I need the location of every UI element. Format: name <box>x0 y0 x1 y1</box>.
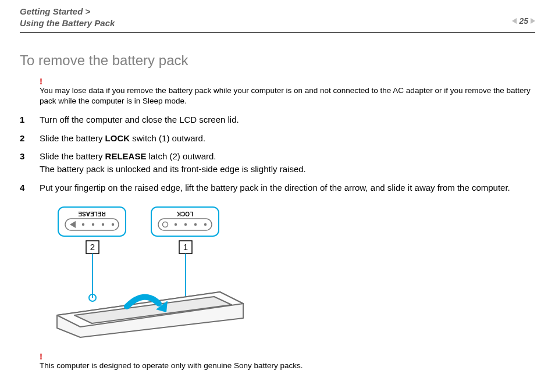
lock-text: LOCK <box>176 211 193 217</box>
battery-diagram: RELEASE 2 LOCK <box>40 205 535 340</box>
lock-label: LOCK <box>105 133 130 143</box>
svg-point-15 <box>204 223 207 225</box>
next-page-icon[interactable] <box>531 18 535 24</box>
svg-point-11 <box>163 222 168 227</box>
warning-icon: ! <box>40 77 534 85</box>
step-1: Turn off the computer and close the LCD … <box>20 113 535 126</box>
step-1-text: Turn off the computer and close the LCD … <box>40 115 239 124</box>
svg-text:2: 2 <box>90 242 95 252</box>
svg-point-12 <box>175 223 177 225</box>
breadcrumb-page: Using the Battery Pack <box>20 17 115 29</box>
svg-point-14 <box>194 223 197 225</box>
lock-switch-icon: LOCK <box>151 207 219 236</box>
step-4: Put your fingertip on the raised edge, l… <box>20 181 535 194</box>
warning-top-text: You may lose data if you remove the batt… <box>40 85 534 106</box>
callout-1: 1 <box>179 241 192 254</box>
breadcrumb-section: Getting Started > <box>20 6 115 17</box>
breadcrumb: Getting Started > Using the Battery Pack <box>20 6 115 30</box>
warning-bottom-text: This computer is designed to operate onl… <box>40 361 534 371</box>
release-switch-icon: RELEASE <box>58 207 126 236</box>
svg-point-3 <box>82 223 84 225</box>
release-text: RELEASE <box>78 211 106 217</box>
page-number: 25 <box>519 16 528 26</box>
svg-point-4 <box>92 223 94 225</box>
page-number-nav: 25 <box>512 16 535 26</box>
warning-icon: ! <box>40 352 534 361</box>
battery-diagram-svg: RELEASE 2 LOCK <box>40 205 249 338</box>
svg-point-5 <box>102 223 104 225</box>
page-header: Getting Started > Using the Battery Pack… <box>20 6 535 33</box>
prev-page-icon[interactable] <box>512 18 517 24</box>
svg-text:1: 1 <box>183 242 188 252</box>
page-title: To remove the battery pack <box>20 52 535 69</box>
step-2: Slide the battery LOCK switch (1) outwar… <box>20 132 535 145</box>
step-3: Slide the battery RELEASE latch (2) outw… <box>20 150 535 176</box>
steps-list: Turn off the computer and close the LCD … <box>20 113 535 194</box>
warning-top: ! You may lose data if you remove the ba… <box>40 77 534 106</box>
release-label: RELEASE <box>105 151 147 161</box>
svg-marker-2 <box>70 221 76 228</box>
step-3-extra: The battery pack is unlocked and its fro… <box>40 164 306 174</box>
warning-bottom: ! This computer is designed to operate o… <box>40 352 534 371</box>
svg-point-6 <box>112 223 114 225</box>
step-4-text: Put your fingertip on the raised edge, l… <box>40 183 510 193</box>
callout-2: 2 <box>86 241 99 254</box>
device-body-icon <box>57 292 243 337</box>
svg-point-13 <box>184 223 187 225</box>
